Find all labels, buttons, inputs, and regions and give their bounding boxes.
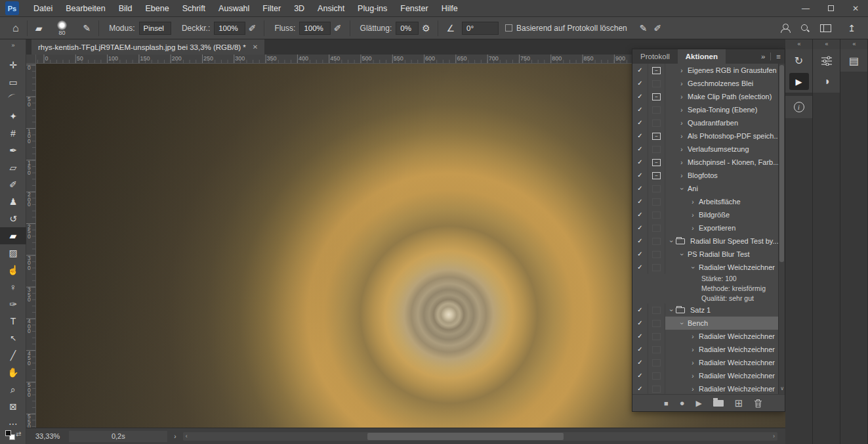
collapse-chevron-icon[interactable]: › — [668, 307, 675, 313]
menu-item-bild[interactable]: Bild — [112, 0, 139, 17]
toggle-item-checkmark[interactable]: ✓ — [632, 356, 648, 369]
dialog-toggle[interactable]: − — [648, 169, 665, 182]
action-row[interactable]: ✓›Quadrantfarben — [632, 116, 779, 129]
expand-chevron-icon[interactable]: › — [678, 159, 685, 166]
properties-panel-icon[interactable] — [817, 52, 837, 69]
clone-stamp-tool[interactable]: ♟ — [0, 193, 26, 210]
expand-chevron-icon[interactable]: › — [690, 333, 696, 340]
eraser-tool[interactable]: ▰ — [0, 227, 26, 244]
toggle-item-checkmark[interactable]: ✓ — [632, 303, 648, 317]
info-panel-icon[interactable]: i — [789, 99, 809, 116]
menu-item-plug-ins[interactable]: Plug-ins — [351, 0, 394, 17]
action-row[interactable]: ✓−›Make Clip Path (selection) — [632, 90, 779, 103]
close-button[interactable]: ✕ — [843, 0, 868, 17]
share-icon[interactable]: ↥ — [844, 23, 859, 33]
collapse-panels-icon[interactable]: « — [813, 39, 840, 49]
dialog-toggle[interactable] — [648, 330, 665, 343]
toggle-item-checkmark[interactable]: ✓ — [632, 169, 648, 182]
adjustments-panel-icon[interactable]: ◑ — [817, 73, 837, 90]
new-set-button[interactable] — [713, 400, 724, 407]
collapse-panels-icon[interactable]: « — [785, 39, 812, 49]
toggle-item-checkmark[interactable]: ✓ — [632, 90, 648, 103]
toggle-item-checkmark[interactable]: ✓ — [632, 129, 648, 143]
home-icon[interactable]: ⌂ — [9, 22, 22, 34]
rectangular-marquee-tool[interactable]: ▭ — [0, 74, 26, 91]
libraries-panel-icon[interactable]: ▤ — [844, 52, 864, 69]
action-row[interactable]: ✓›Ani — [632, 182, 779, 195]
menu-item-filter[interactable]: Filter — [256, 0, 287, 17]
expand-chevron-icon[interactable]: › — [690, 386, 696, 393]
toggle-item-checkmark[interactable]: ✓ — [632, 156, 648, 169]
menu-item-hilfe[interactable]: Hilfe — [435, 0, 465, 17]
action-row[interactable]: ✓›Radial Blur Speed Test by... — [632, 234, 779, 248]
toggle-item-checkmark[interactable]: ✓ — [632, 77, 648, 90]
collapse-chevron-icon[interactable]: › — [678, 320, 686, 326]
toggle-item-checkmark[interactable]: ✓ — [632, 369, 648, 382]
toggle-item-checkmark[interactable]: ✓ — [632, 343, 648, 356]
dialog-toggle[interactable] — [648, 103, 665, 116]
move-tool[interactable]: ✛ — [0, 56, 26, 74]
action-row[interactable]: ✓−›Als Photoshop-PDF speich... — [632, 129, 779, 143]
action-row[interactable]: ✓−›Blogfotos — [632, 169, 779, 182]
eraser-preset-icon[interactable]: ▰ — [32, 23, 46, 33]
history-panel-icon[interactable]: ↻ — [789, 52, 809, 69]
expand-chevron-icon[interactable]: › — [678, 93, 685, 100]
menu-item-bearbeiten[interactable]: Bearbeiten — [59, 0, 112, 17]
toggle-item-checkmark[interactable]: ✓ — [632, 382, 648, 395]
type-tool[interactable]: T — [0, 313, 26, 330]
action-row[interactable]: ✓›PS Radial Blur Test — [632, 248, 779, 261]
eyedropper-tool[interactable]: ✒ — [0, 142, 26, 159]
account-icon[interactable] — [781, 24, 790, 32]
mode-select[interactable]: Pinsel — [139, 22, 171, 35]
minimize-button[interactable]: — — [793, 0, 818, 17]
scroll-down-arrow[interactable]: ∨ — [780, 386, 784, 391]
actions-scrollbar-thumb[interactable] — [779, 65, 784, 262]
quick-selection-tool[interactable]: ✦ — [0, 108, 26, 125]
expand-chevron-icon[interactable]: › — [678, 172, 685, 179]
action-row[interactable]: ✓›Bildgröße — [632, 208, 779, 221]
expand-chevron-icon[interactable]: › — [690, 211, 696, 219]
tablet-pressure-icon[interactable]: ✐ — [651, 23, 665, 33]
collapse-panels-icon[interactable]: « — [840, 39, 867, 49]
dialog-toggle[interactable] — [648, 261, 665, 274]
action-row[interactable]: ✓›Verlaufsumsetzung — [632, 143, 779, 156]
smoothing-gear-icon[interactable]: ⚙ — [419, 23, 434, 33]
crop-tool[interactable]: # — [0, 125, 26, 142]
dialog-toggle[interactable] — [648, 382, 665, 395]
panel-expand-icon[interactable]: » — [761, 53, 765, 60]
action-row[interactable]: ✓›Radialer Weichzeichner — [632, 343, 779, 356]
toggle-item-checkmark[interactable]: ✓ — [632, 330, 648, 343]
document-tab[interactable]: rhys-kentish-TFgLjR9TAEM-unsplash.jpg be… — [31, 39, 264, 55]
dialog-toggle[interactable]: − — [648, 64, 665, 77]
new-action-button[interactable]: ⊞ — [735, 397, 743, 409]
line-tool[interactable]: ╱ — [0, 347, 26, 364]
action-row[interactable]: ✓›Arbeitsfläche — [632, 195, 779, 208]
action-row[interactable]: ✓›Radialer Weichzeichner — [632, 261, 779, 274]
status-menu-chevron[interactable]: › — [167, 433, 182, 440]
stop-button[interactable]: ■ — [664, 399, 669, 407]
collapse-chevron-icon[interactable]: › — [668, 238, 675, 244]
workspace-switcher[interactable] — [820, 24, 834, 32]
play-button[interactable]: ▶ — [696, 399, 702, 408]
dialog-toggle[interactable] — [648, 369, 665, 382]
action-row[interactable]: ✓›Radialer Weichzeichner — [632, 356, 779, 369]
brush-settings-panel-icon[interactable]: ✎ — [79, 23, 94, 33]
dialog-toggle[interactable]: − — [648, 90, 665, 103]
toggle-item-checkmark[interactable]: ✓ — [632, 195, 648, 208]
menu-item-auswahl[interactable]: Auswahl — [212, 0, 256, 17]
action-row[interactable]: ✓›Sepia-Toning (Ebene) — [632, 103, 779, 116]
expand-chevron-icon[interactable]: › — [678, 80, 685, 87]
dialog-toggle[interactable] — [648, 248, 665, 261]
path-selection-tool[interactable]: ↖ — [0, 330, 26, 347]
menu-item-ansicht[interactable]: Ansicht — [311, 0, 351, 17]
toggle-item-checkmark[interactable]: ✓ — [632, 64, 648, 77]
dialog-toggle[interactable] — [648, 208, 665, 221]
dialog-toggle[interactable] — [648, 356, 665, 369]
frame-tool[interactable]: ⊠ — [0, 398, 26, 415]
dialog-toggle[interactable] — [648, 343, 665, 356]
action-row[interactable]: ✓›Radialer Weichzeichner — [632, 369, 779, 382]
action-row[interactable]: ✓›Geschmolzenes Blei — [632, 77, 779, 90]
toggle-item-checkmark[interactable]: ✓ — [632, 208, 648, 221]
dialog-toggle[interactable] — [648, 182, 665, 195]
smudge-tool[interactable]: ☝ — [0, 261, 26, 278]
